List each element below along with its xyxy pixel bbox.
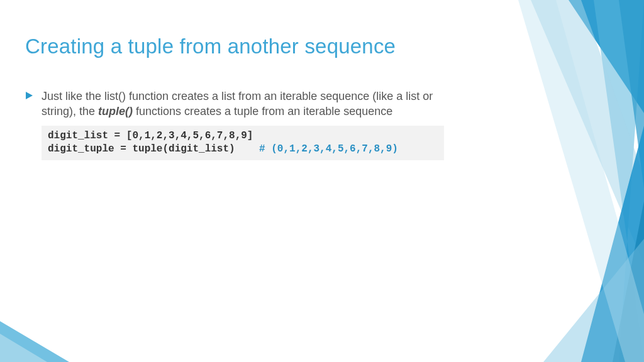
bullet-text: Just like the list() function creates a … — [42, 89, 465, 119]
slide-content: Creating a tuple from another sequence J… — [0, 0, 644, 160]
svg-marker-8 — [26, 92, 33, 99]
code-line-1: digit_list = [0,1,2,3,4,5,6,7,8,9] — [48, 130, 253, 141]
bullet-point: Just like the list() function creates a … — [25, 89, 465, 119]
slide-title: Creating a tuple from another sequence — [25, 35, 619, 58]
corner-triangle-2 — [0, 334, 47, 362]
svg-marker-6 — [543, 239, 644, 362]
code-block: digit_list = [0,1,2,3,4,5,6,7,8,9] digit… — [42, 126, 444, 160]
code-line-2-comment: # (0,1,2,3,4,5,6,7,8,9) — [259, 143, 398, 155]
code-line-2-code: digit_tuple = tuple(digit_list) — [48, 143, 259, 155]
bullet-triangle-icon — [25, 91, 34, 100]
svg-marker-5 — [613, 201, 644, 362]
bullet-text-post: functions creates a tuple from an iterab… — [133, 105, 392, 118]
svg-marker-4 — [581, 126, 644, 362]
bullet-text-emph: tuple() — [98, 105, 133, 118]
